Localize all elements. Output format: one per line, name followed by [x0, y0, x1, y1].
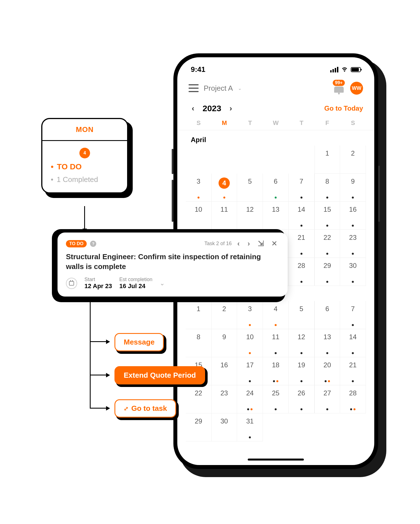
notification-badge: 99+: [333, 80, 345, 86]
event-dot: [275, 324, 277, 326]
calendar-day[interactable]: 30: [340, 258, 366, 286]
calendar-day[interactable]: 4: [212, 174, 237, 202]
calendar-day[interactable]: 8: [186, 329, 212, 357]
est-completion-value: 16 Jul 24: [119, 282, 152, 290]
calendar-day[interactable]: 22: [315, 230, 340, 258]
extend-quote-button-label: Extend Quote Period: [124, 371, 196, 380]
calendar-day[interactable]: 31: [237, 413, 263, 441]
calendar-day[interactable]: 29: [315, 258, 340, 286]
connector-line: [90, 299, 91, 408]
calendar-day[interactable]: 4: [263, 301, 289, 329]
calendar-day[interactable]: 6: [315, 301, 340, 329]
calendar-day[interactable]: 22: [186, 385, 212, 413]
calendar-day[interactable]: 21: [340, 357, 366, 385]
calendar-day[interactable]: 28: [289, 258, 315, 286]
day-summary-card: MON 4 TO DO 1 Completed: [41, 118, 128, 193]
calendar-day[interactable]: 13: [315, 329, 340, 357]
event-dot: [352, 281, 354, 283]
year-prev-button[interactable]: ‹: [189, 104, 198, 113]
calendar-day[interactable]: 16: [340, 202, 366, 230]
calendar-day[interactable]: 11: [263, 329, 289, 357]
calendar-day[interactable]: 14: [289, 202, 315, 230]
calendar-day[interactable]: 7: [289, 174, 315, 202]
calendar-day[interactable]: 10: [186, 202, 212, 230]
calendar-day[interactable]: 5: [237, 174, 263, 202]
task-next-button[interactable]: ›: [245, 239, 252, 248]
event-dot: [249, 380, 251, 382]
calendar-day[interactable]: 14: [340, 329, 366, 357]
collapse-icon[interactable]: ⇲: [256, 239, 266, 248]
calendar-day[interactable]: 23: [340, 230, 366, 258]
weekday-label: W: [263, 119, 289, 127]
home-indicator[interactable]: [248, 459, 304, 461]
calendar-day[interactable]: 21: [289, 230, 315, 258]
calendar-day[interactable]: 18: [263, 357, 289, 385]
notifications-button[interactable]: 99+: [333, 82, 345, 94]
connector-line: [90, 341, 109, 342]
calendar-day[interactable]: 10: [237, 329, 263, 357]
est-completion-label: Est completion: [119, 277, 152, 282]
connector-line: [84, 206, 85, 232]
calendar-day[interactable]: 25: [263, 385, 289, 413]
task-prev-button[interactable]: ‹: [235, 239, 242, 248]
chevron-down-icon[interactable]: ⌄: [238, 86, 242, 91]
chevron-down-icon[interactable]: ⌄: [160, 280, 165, 287]
calendar-day[interactable]: 15: [315, 202, 340, 230]
event-dot: [251, 408, 253, 410]
calendar-day[interactable]: 30: [212, 413, 237, 441]
status-bar: 9:41: [177, 57, 374, 77]
close-icon[interactable]: ✕: [270, 239, 279, 248]
event-dot: [249, 352, 251, 354]
calendar-day[interactable]: 9: [340, 174, 366, 202]
calendar-day[interactable]: 6: [263, 174, 289, 202]
message-button[interactable]: Message: [114, 333, 164, 351]
event-dot: [300, 253, 302, 255]
event-dot: [300, 281, 302, 283]
connector-line: [90, 375, 109, 375]
goto-task-button[interactable]: ⤢ Go to task: [114, 399, 176, 418]
calendar-day[interactable]: 8: [315, 174, 340, 202]
goto-today-button[interactable]: Go to Today: [324, 104, 363, 112]
extend-quote-button[interactable]: Extend Quote Period: [114, 366, 205, 384]
calendar-day[interactable]: 16: [212, 357, 237, 385]
calendar-day[interactable]: 3: [237, 301, 263, 329]
event-dot: [300, 408, 302, 410]
calendar-day[interactable]: 24: [237, 385, 263, 413]
calendar-day[interactable]: 27: [315, 385, 340, 413]
event-dot: [249, 324, 251, 326]
calendar-day[interactable]: 12: [289, 329, 315, 357]
menu-icon[interactable]: [189, 84, 199, 92]
calendar-day[interactable]: 9: [212, 329, 237, 357]
calendar-day[interactable]: 12: [237, 202, 263, 230]
calendar-day[interactable]: 2: [212, 301, 237, 329]
calendar-day[interactable]: 28: [340, 385, 366, 413]
calendar-day[interactable]: 2: [340, 145, 366, 174]
help-icon[interactable]: ?: [90, 241, 96, 247]
calendar-day[interactable]: 13: [263, 202, 289, 230]
calendar-day[interactable]: 19: [289, 357, 315, 385]
calendar-day[interactable]: 1: [315, 145, 340, 174]
avatar[interactable]: WW: [350, 82, 363, 95]
completed-label: 1 Completed: [51, 175, 119, 184]
project-selector[interactable]: Project A: [204, 84, 233, 93]
weekday-label: S: [186, 119, 212, 127]
calendar-day[interactable]: 23: [212, 385, 237, 413]
calendar-day[interactable]: 7: [340, 301, 366, 329]
event-dot: [300, 197, 302, 199]
calendar-day[interactable]: 11: [212, 202, 237, 230]
calendar-day[interactable]: 3: [186, 174, 212, 202]
calendar-day[interactable]: 1: [186, 301, 212, 329]
start-date-value: 12 Apr 23: [84, 282, 112, 290]
event-dot: [326, 281, 328, 283]
calendar-day[interactable]: 5: [289, 301, 315, 329]
message-button-label: Message: [124, 338, 155, 347]
calendar-day[interactable]: 17: [237, 357, 263, 385]
event-dot: [275, 197, 277, 199]
goto-task-button-label: Go to task: [131, 404, 167, 413]
calendar-day[interactable]: 20: [315, 357, 340, 385]
year-next-button[interactable]: ›: [226, 104, 235, 113]
calendar-day[interactable]: 26: [289, 385, 315, 413]
event-dot: [352, 380, 354, 382]
weekday-label: M: [212, 119, 237, 127]
calendar-day[interactable]: 29: [186, 413, 212, 441]
